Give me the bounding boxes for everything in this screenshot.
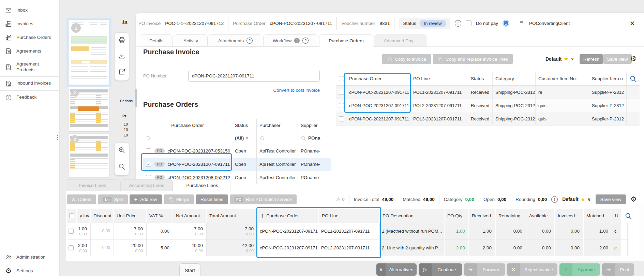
gear-icon[interactable]: ⚙ [630, 55, 636, 62]
column-header[interactable]: Net Amount [173, 209, 207, 223]
tab-purchase-orders[interactable]: Purchase Orders [319, 34, 373, 47]
column-header[interactable]: Purchase Order [346, 72, 410, 85]
sidebar-item-feedback[interactable]: ? Feedback [0, 91, 59, 104]
sidebar-item-agreement-products[interactable]: $ Agreement Products [0, 58, 59, 76]
sidebar-item-inbound-invoices[interactable]: Inbound invoices [0, 76, 59, 91]
help-icon[interactable]: ? [246, 38, 253, 44]
sidebar-item-purchase-orders[interactable]: Purchase Orders [0, 31, 59, 44]
column-header[interactable]: Unit Price [114, 209, 147, 223]
row-checkbox-checked[interactable]: ✓ [146, 162, 151, 167]
vertical-scrollbar-track[interactable] [639, 205, 644, 261]
sidebar-item-settings[interactable]: ⚙ Settings [0, 264, 59, 276]
column-header[interactable]: VAT % [147, 209, 173, 223]
sidebar-resize-handle[interactable]: ⋮ [55, 136, 60, 139]
column-header[interactable]: Customer Item No. [536, 72, 589, 85]
select-all-checkbox[interactable] [339, 76, 344, 81]
download-icon[interactable] [118, 52, 125, 61]
page-thumbnail-3[interactable]: 3 [69, 134, 109, 177]
sidebar-item-inbox[interactable]: Inbox [0, 3, 59, 17]
merge-button[interactable]: Merge [164, 194, 194, 204]
row-checkbox[interactable] [146, 148, 151, 154]
close-icon[interactable]: ✕ [630, 19, 635, 27]
row-checkbox[interactable] [69, 229, 74, 234]
do-not-pay-checkbox[interactable] [466, 20, 471, 26]
column-header[interactable]: Total Amount [207, 209, 258, 223]
column-header[interactable]: U [612, 209, 622, 223]
column-header[interactable]: Remaining [496, 209, 526, 223]
alternatives-button[interactable]: ∨Alternatives [376, 263, 417, 276]
column-header[interactable]: PO Qty [445, 209, 469, 223]
po-number-input[interactable] [188, 70, 320, 82]
table-row-selected[interactable]: ✓POcPON-POC-20231207-091711 Open ApiTest… [143, 158, 331, 171]
column-header[interactable]: Status [232, 119, 257, 132]
filter-cell[interactable] [143, 132, 232, 144]
convert-to-cost-invoice-link[interactable]: Convert to cost invoice [273, 88, 320, 93]
column-header[interactable]: y inv... [77, 209, 91, 223]
column-header[interactable]: PO Line [319, 209, 380, 223]
row-checkbox[interactable] [339, 116, 344, 121]
column-header-sorted[interactable]: ↑Purchase Order [258, 209, 319, 223]
page-thumbnail-2[interactable]: 2 [69, 87, 109, 131]
forward-button[interactable]: ↪Forward [464, 263, 505, 276]
column-header[interactable]: Matched [584, 209, 612, 223]
column-header[interactable]: Purchase Order [143, 119, 232, 132]
tab-details[interactable]: Details [140, 34, 173, 47]
print-icon[interactable] [118, 37, 125, 45]
copy-to-invoice-button[interactable]: Copy to invoice [382, 54, 431, 64]
sidebar-item-agreements[interactable]: Agreements [0, 44, 59, 58]
flag-icon[interactable] [519, 20, 525, 27]
column-header[interactable]: PO Description [380, 209, 445, 223]
search-icon[interactable] [625, 212, 632, 220]
add-row-button[interactable]: +Add row [130, 194, 162, 204]
column-header[interactable]: Category [493, 72, 536, 85]
select-all-checkbox[interactable] [69, 213, 74, 218]
row-checkbox[interactable] [339, 90, 344, 95]
row-checkbox[interactable] [69, 245, 74, 250]
post-button[interactable]: →Post [602, 263, 634, 276]
approve-button[interactable]: ✓Approve [559, 263, 600, 276]
lines-table-row[interactable]: 2.000.00 0.00 20.000.00 5.00 40.000.00 4… [67, 239, 628, 256]
help-icon[interactable]: ? [302, 38, 309, 44]
table-row[interactable]: cPON-POC-20231207-091711 POL2-20231207-0… [336, 99, 640, 112]
tab-advanced-pay[interactable]: Advanced Pay... [374, 34, 426, 47]
open-external-icon[interactable] [118, 68, 125, 77]
status-filter-dropdown[interactable]: (All)▾ [232, 132, 257, 144]
filter-cell[interactable] [257, 132, 298, 144]
tab-activity[interactable]: Activity [174, 34, 208, 47]
column-header[interactable]: Available [526, 209, 555, 223]
column-header[interactable]: PO Line [410, 72, 468, 85]
column-header[interactable]: Discount [91, 209, 114, 223]
zoom-in-icon[interactable] [118, 146, 125, 155]
gear-icon[interactable]: ⚙ [630, 196, 637, 203]
run-po-match-button[interactable]: PORun PO match service [230, 194, 297, 204]
tab-attachments[interactable]: Attachments? [209, 34, 262, 47]
sidebar-item-administration[interactable]: Administration [0, 250, 59, 264]
reset-lines-button[interactable]: Reset lines [196, 194, 228, 204]
row-checkbox[interactable] [339, 103, 344, 108]
split-button[interactable]: 1/nSplit [98, 194, 128, 204]
tab-purchase-lines[interactable]: Purchase Lines [174, 179, 230, 191]
continue-button[interactable]: ▷Continue [419, 263, 462, 276]
start-button[interactable]: Start [179, 263, 200, 276]
table-row[interactable]: cPON-POC-20231207-091711 POL3-20231207-0… [336, 112, 640, 126]
page-thumbnail-1[interactable]: 1 [69, 20, 109, 85]
supplier-filter-input[interactable]: POna [298, 132, 331, 144]
table-row[interactable]: POcPON-POC-20231207-053150 Open ApiTest … [143, 144, 331, 158]
zoom-out-icon[interactable] [118, 163, 125, 172]
tab-invoice-lines[interactable]: Invoice Lines [66, 179, 119, 191]
delete-button[interactable]: ✕Delete [67, 194, 96, 204]
table-row[interactable]: cPON-POC-20231207-091711 POL1-20231207-0… [336, 86, 640, 99]
view-selector[interactable]: Default ★ ∨ [545, 56, 574, 62]
copy-replace-button[interactable]: Copy and replace invoice lines [433, 54, 513, 64]
sidebar-item-invoices[interactable]: Invoices [0, 17, 59, 31]
column-header[interactable]: Supplier Item n [589, 72, 627, 85]
lines-table-row[interactable]: 1.000.00 0.00 7.000.00 0.00 7.000.00 7.0… [67, 223, 628, 239]
column-header[interactable]: Supplier [298, 119, 331, 132]
tab-workflow[interactable]: Workflow1? [263, 34, 318, 47]
search-icon[interactable] [629, 75, 637, 83]
column-header[interactable]: Purchaser [257, 119, 298, 132]
column-header[interactable]: Invoiced [555, 209, 584, 223]
view-selector[interactable]: Default★∨ [562, 196, 591, 203]
column-header[interactable]: Status [468, 72, 493, 85]
reject-invoice-button[interactable]: ✕Reject invoice [507, 263, 557, 276]
